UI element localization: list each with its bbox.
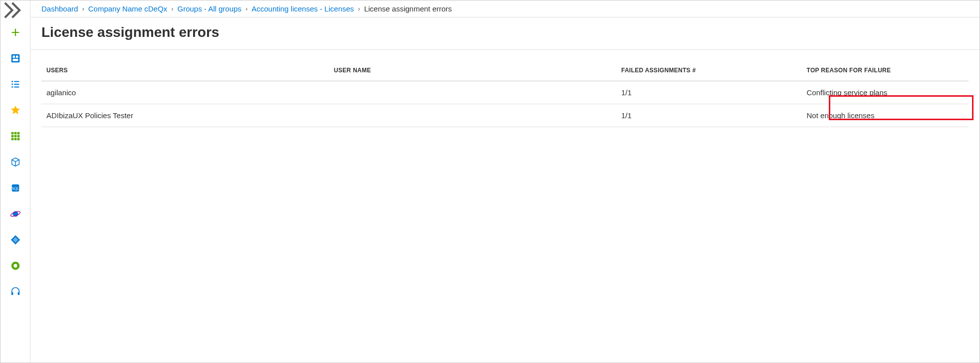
- svg-rect-15: [17, 138, 19, 141]
- list-icon: [10, 79, 21, 90]
- nav-cost[interactable]: [5, 256, 25, 276]
- breadcrumb-link-dashboard[interactable]: Dashboard: [41, 4, 78, 13]
- svg-rect-14: [14, 138, 16, 141]
- planet-icon: [10, 208, 21, 219]
- add-icon: [10, 27, 21, 38]
- headset-icon: [10, 286, 21, 297]
- svg-point-6: [11, 86, 13, 88]
- nav-favorites[interactable]: [5, 100, 25, 120]
- cell-username: [329, 81, 616, 104]
- cell-reason: Conflicting service plans: [802, 81, 969, 104]
- sql-icon: SQL: [10, 182, 21, 193]
- col-header-reason[interactable]: Top Reason for Failure: [802, 60, 969, 81]
- reason-text: Conflicting service plans: [807, 88, 888, 97]
- svg-rect-10: [11, 135, 13, 138]
- nav-list[interactable]: [5, 74, 25, 94]
- nav-add[interactable]: [5, 22, 25, 42]
- chevron-right-icon: ›: [171, 5, 173, 12]
- svg-point-4: [11, 81, 13, 82]
- cell-failed: 1/1: [616, 104, 802, 127]
- breadcrumb-link-company[interactable]: Company Name cDeQx: [88, 4, 167, 13]
- svg-rect-1: [12, 56, 15, 58]
- svg-text:SQL: SQL: [12, 186, 19, 191]
- col-header-username[interactable]: User Name: [329, 60, 616, 81]
- svg-rect-9: [17, 132, 19, 135]
- star-icon: [10, 105, 21, 116]
- chevron-right-icon: ›: [245, 5, 247, 12]
- cell-reason: Not enough licenses: [802, 104, 969, 127]
- chevron-double-right-icon: [0, 0, 24, 22]
- chevron-right-icon: ›: [358, 5, 360, 12]
- svg-rect-22: [11, 292, 13, 295]
- collapse-rail-button[interactable]: [0, 3, 30, 16]
- svg-point-21: [13, 264, 17, 267]
- page-title: License assignment errors: [30, 17, 980, 50]
- chevron-right-icon: ›: [82, 5, 84, 12]
- nav-allservices[interactable]: [5, 126, 25, 146]
- nav-cosmos[interactable]: [5, 204, 25, 224]
- cell-failed: 1/1: [616, 81, 802, 104]
- breadcrumb-link-licenses[interactable]: Accounting licenses - Licenses: [251, 4, 354, 13]
- svg-rect-12: [17, 135, 19, 138]
- main-content: Dashboard › Company Name cDeQx › Groups …: [30, 0, 980, 363]
- breadcrumb-link-groups[interactable]: Groups - All groups: [177, 4, 241, 13]
- left-nav-rail: SQL: [0, 0, 30, 363]
- cell-users: ADIbizaUX Policies Tester: [41, 104, 329, 127]
- svg-rect-2: [15, 56, 18, 58]
- table-row[interactable]: agilanico 1/1 Conflicting service plans: [41, 81, 969, 104]
- cell-username: [329, 104, 616, 127]
- svg-rect-3: [12, 59, 18, 61]
- table-row[interactable]: ADIbizaUX Policies Tester 1/1 Not enough…: [41, 104, 969, 127]
- errors-table-wrap: Users User Name Failed Assignments # Top…: [30, 50, 980, 127]
- grid-icon: [10, 131, 21, 142]
- svg-point-5: [11, 84, 13, 85]
- nav-sql[interactable]: SQL: [5, 178, 25, 198]
- svg-rect-7: [11, 132, 13, 135]
- nav-resource[interactable]: [5, 152, 25, 172]
- breadcrumb: Dashboard › Company Name cDeQx › Groups …: [30, 0, 980, 17]
- svg-rect-23: [17, 292, 19, 295]
- nav-support[interactable]: [5, 282, 25, 302]
- svg-rect-11: [14, 135, 16, 138]
- col-header-failed[interactable]: Failed Assignments #: [616, 60, 802, 81]
- col-header-users[interactable]: Users: [41, 60, 329, 81]
- svg-rect-8: [14, 132, 16, 135]
- dashboard-icon: [10, 53, 21, 64]
- breadcrumb-current: License assignment errors: [364, 4, 452, 13]
- circle-icon: [10, 260, 21, 271]
- cell-users: agilanico: [41, 81, 329, 104]
- cube-icon: [10, 157, 21, 168]
- nav-devops[interactable]: [5, 230, 25, 250]
- svg-rect-13: [11, 138, 13, 141]
- diamond-icon: [10, 234, 21, 245]
- errors-table: Users User Name Failed Assignments # Top…: [41, 60, 969, 127]
- nav-dashboard[interactable]: [5, 48, 25, 68]
- svg-rect-0: [11, 54, 19, 63]
